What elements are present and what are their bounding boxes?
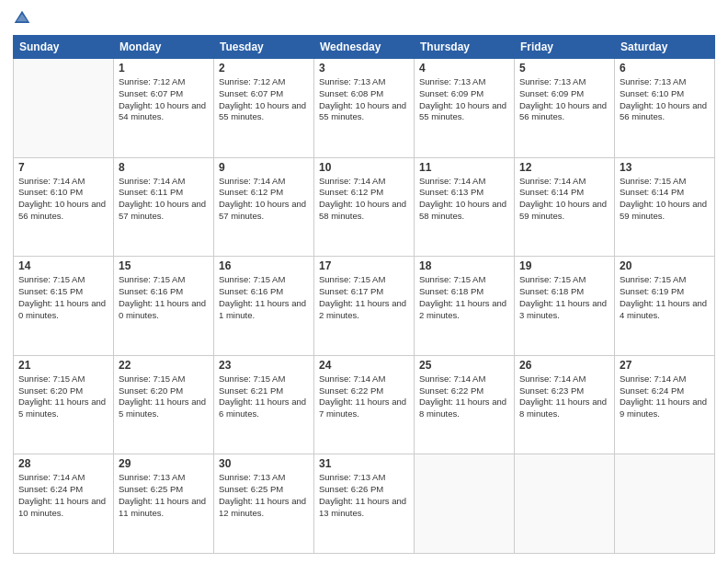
calendar-cell: 2Sunrise: 7:12 AM Sunset: 6:07 PM Daylig… <box>214 59 314 158</box>
calendar-day-header: Sunday <box>14 36 114 59</box>
logo <box>13 9 35 28</box>
cell-day-number: 14 <box>18 259 108 272</box>
calendar-week-row: 21Sunrise: 7:15 AM Sunset: 6:20 PM Dayli… <box>14 355 715 454</box>
cell-info: Sunrise: 7:15 AM Sunset: 6:16 PM Dayligh… <box>119 274 209 321</box>
calendar-cell: 11Sunrise: 7:14 AM Sunset: 6:13 PM Dayli… <box>415 157 515 257</box>
cell-info: Sunrise: 7:14 AM Sunset: 6:13 PM Dayligh… <box>419 176 509 223</box>
cell-info: Sunrise: 7:12 AM Sunset: 6:07 PM Dayligh… <box>219 76 309 123</box>
cell-day-number: 6 <box>620 62 710 75</box>
calendar-cell: 5Sunrise: 7:13 AM Sunset: 6:09 PM Daylig… <box>515 59 615 158</box>
cell-day-number: 12 <box>519 161 609 174</box>
calendar-cell: 10Sunrise: 7:14 AM Sunset: 6:12 PM Dayli… <box>314 157 415 257</box>
calendar-cell <box>515 454 615 554</box>
calendar-week-row: 28Sunrise: 7:14 AM Sunset: 6:24 PM Dayli… <box>14 454 715 554</box>
calendar-cell: 31Sunrise: 7:13 AM Sunset: 6:26 PM Dayli… <box>314 454 415 554</box>
header <box>13 9 715 28</box>
cell-info: Sunrise: 7:14 AM Sunset: 6:10 PM Dayligh… <box>18 176 108 223</box>
cell-info: Sunrise: 7:14 AM Sunset: 6:22 PM Dayligh… <box>319 373 409 420</box>
cell-info: Sunrise: 7:12 AM Sunset: 6:07 PM Dayligh… <box>119 76 209 123</box>
cell-info: Sunrise: 7:14 AM Sunset: 6:12 PM Dayligh… <box>219 176 309 223</box>
cell-info: Sunrise: 7:15 AM Sunset: 6:18 PM Dayligh… <box>419 274 509 321</box>
cell-day-number: 26 <box>519 359 609 372</box>
calendar-cell: 23Sunrise: 7:15 AM Sunset: 6:21 PM Dayli… <box>214 355 314 454</box>
cell-day-number: 30 <box>219 457 309 470</box>
cell-day-number: 5 <box>519 62 609 75</box>
cell-day-number: 27 <box>620 359 710 372</box>
cell-day-number: 2 <box>219 62 309 75</box>
page: SundayMondayTuesdayWednesdayThursdayFrid… <box>0 0 728 563</box>
cell-day-number: 22 <box>119 359 209 372</box>
cell-day-number: 24 <box>319 359 409 372</box>
calendar-cell: 17Sunrise: 7:15 AM Sunset: 6:17 PM Dayli… <box>314 257 415 356</box>
cell-day-number: 19 <box>519 259 609 272</box>
calendar-week-row: 14Sunrise: 7:15 AM Sunset: 6:15 PM Dayli… <box>14 257 715 356</box>
calendar-cell: 19Sunrise: 7:15 AM Sunset: 6:18 PM Dayli… <box>515 257 615 356</box>
cell-info: Sunrise: 7:13 AM Sunset: 6:25 PM Dayligh… <box>219 472 309 519</box>
calendar-header-row: SundayMondayTuesdayWednesdayThursdayFrid… <box>14 36 715 59</box>
calendar-cell: 4Sunrise: 7:13 AM Sunset: 6:09 PM Daylig… <box>415 59 515 158</box>
calendar-cell: 13Sunrise: 7:15 AM Sunset: 6:14 PM Dayli… <box>615 157 715 257</box>
cell-day-number: 11 <box>419 161 509 174</box>
cell-day-number: 16 <box>219 259 309 272</box>
cell-day-number: 31 <box>319 457 409 470</box>
calendar-day-header: Saturday <box>615 36 715 59</box>
calendar-cell: 25Sunrise: 7:14 AM Sunset: 6:22 PM Dayli… <box>415 355 515 454</box>
cell-info: Sunrise: 7:13 AM Sunset: 6:09 PM Dayligh… <box>419 76 509 123</box>
cell-info: Sunrise: 7:14 AM Sunset: 6:23 PM Dayligh… <box>519 373 609 420</box>
calendar-cell: 15Sunrise: 7:15 AM Sunset: 6:16 PM Dayli… <box>114 257 214 356</box>
cell-info: Sunrise: 7:14 AM Sunset: 6:24 PM Dayligh… <box>18 472 108 519</box>
cell-day-number: 21 <box>18 359 108 372</box>
calendar-day-header: Friday <box>515 36 615 59</box>
calendar-cell: 9Sunrise: 7:14 AM Sunset: 6:12 PM Daylig… <box>214 157 314 257</box>
cell-day-number: 18 <box>419 259 509 272</box>
cell-info: Sunrise: 7:15 AM Sunset: 6:21 PM Dayligh… <box>219 373 309 420</box>
calendar-cell: 30Sunrise: 7:13 AM Sunset: 6:25 PM Dayli… <box>214 454 314 554</box>
cell-info: Sunrise: 7:14 AM Sunset: 6:11 PM Dayligh… <box>119 176 209 223</box>
cell-info: Sunrise: 7:13 AM Sunset: 6:25 PM Dayligh… <box>119 472 209 519</box>
calendar-cell: 12Sunrise: 7:14 AM Sunset: 6:14 PM Dayli… <box>515 157 615 257</box>
cell-info: Sunrise: 7:15 AM Sunset: 6:20 PM Dayligh… <box>18 373 108 420</box>
cell-info: Sunrise: 7:14 AM Sunset: 6:12 PM Dayligh… <box>319 176 409 223</box>
calendar-cell: 6Sunrise: 7:13 AM Sunset: 6:10 PM Daylig… <box>615 59 715 158</box>
calendar-day-header: Wednesday <box>314 36 415 59</box>
calendar-cell: 28Sunrise: 7:14 AM Sunset: 6:24 PM Dayli… <box>14 454 114 554</box>
calendar-cell <box>415 454 515 554</box>
cell-info: Sunrise: 7:13 AM Sunset: 6:26 PM Dayligh… <box>319 472 409 519</box>
cell-info: Sunrise: 7:14 AM Sunset: 6:22 PM Dayligh… <box>419 373 509 420</box>
calendar-cell: 24Sunrise: 7:14 AM Sunset: 6:22 PM Dayli… <box>314 355 415 454</box>
cell-info: Sunrise: 7:13 AM Sunset: 6:09 PM Dayligh… <box>519 76 609 123</box>
cell-info: Sunrise: 7:13 AM Sunset: 6:10 PM Dayligh… <box>620 76 710 123</box>
cell-day-number: 15 <box>119 259 209 272</box>
cell-day-number: 1 <box>119 62 209 75</box>
cell-info: Sunrise: 7:14 AM Sunset: 6:14 PM Dayligh… <box>519 176 609 223</box>
cell-info: Sunrise: 7:15 AM Sunset: 6:16 PM Dayligh… <box>219 274 309 321</box>
calendar-cell: 7Sunrise: 7:14 AM Sunset: 6:10 PM Daylig… <box>14 157 114 257</box>
calendar-cell: 16Sunrise: 7:15 AM Sunset: 6:16 PM Dayli… <box>214 257 314 356</box>
calendar-week-row: 1Sunrise: 7:12 AM Sunset: 6:07 PM Daylig… <box>14 59 715 158</box>
cell-day-number: 4 <box>419 62 509 75</box>
cell-info: Sunrise: 7:15 AM Sunset: 6:18 PM Dayligh… <box>519 274 609 321</box>
cell-info: Sunrise: 7:14 AM Sunset: 6:24 PM Dayligh… <box>620 373 710 420</box>
calendar-cell: 29Sunrise: 7:13 AM Sunset: 6:25 PM Dayli… <box>114 454 214 554</box>
calendar-cell: 20Sunrise: 7:15 AM Sunset: 6:19 PM Dayli… <box>615 257 715 356</box>
cell-day-number: 20 <box>620 259 710 272</box>
calendar-table: SundayMondayTuesdayWednesdayThursdayFrid… <box>13 35 715 554</box>
cell-day-number: 25 <box>419 359 509 372</box>
cell-info: Sunrise: 7:13 AM Sunset: 6:08 PM Dayligh… <box>319 76 409 123</box>
cell-info: Sunrise: 7:15 AM Sunset: 6:14 PM Dayligh… <box>620 176 710 223</box>
cell-info: Sunrise: 7:15 AM Sunset: 6:19 PM Dayligh… <box>620 274 710 321</box>
calendar-week-row: 7Sunrise: 7:14 AM Sunset: 6:10 PM Daylig… <box>14 157 715 257</box>
calendar-cell: 3Sunrise: 7:13 AM Sunset: 6:08 PM Daylig… <box>314 59 415 158</box>
calendar-cell <box>615 454 715 554</box>
calendar-cell <box>14 59 114 158</box>
calendar-cell: 21Sunrise: 7:15 AM Sunset: 6:20 PM Dayli… <box>14 355 114 454</box>
calendar-cell: 1Sunrise: 7:12 AM Sunset: 6:07 PM Daylig… <box>114 59 214 158</box>
calendar-cell: 26Sunrise: 7:14 AM Sunset: 6:23 PM Dayli… <box>515 355 615 454</box>
cell-day-number: 9 <box>219 161 309 174</box>
cell-day-number: 7 <box>18 161 108 174</box>
calendar-cell: 8Sunrise: 7:14 AM Sunset: 6:11 PM Daylig… <box>114 157 214 257</box>
cell-day-number: 29 <box>119 457 209 470</box>
calendar-cell: 14Sunrise: 7:15 AM Sunset: 6:15 PM Dayli… <box>14 257 114 356</box>
calendar-day-header: Monday <box>114 36 214 59</box>
logo-icon <box>13 9 31 28</box>
